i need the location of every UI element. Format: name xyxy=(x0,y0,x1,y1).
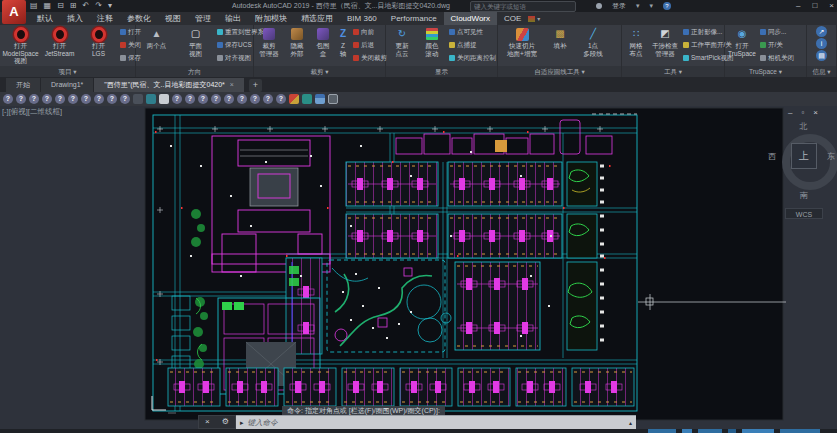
truspace-toggle-button[interactable]: 开/关 xyxy=(760,41,794,49)
distance-control-off-button[interactable]: 关闭距离控制 xyxy=(449,54,496,62)
plugin-unknown-icon[interactable]: ? xyxy=(237,94,247,104)
update-point-cloud-button[interactable]: ↻ 更新 点云 xyxy=(388,26,416,64)
two-points-button[interactable]: ▲ 两个点 xyxy=(138,26,175,64)
point-visibility-button[interactable]: 点可见性 xyxy=(449,28,496,36)
open-jetstream-button[interactable]: 打开 JetStream xyxy=(41,26,78,64)
camera-off-button[interactable]: 相机关闭 xyxy=(760,54,794,62)
plugin-unknown-icon[interactable]: ? xyxy=(276,94,286,104)
app-store-icon[interactable]: ▾ xyxy=(650,2,654,10)
plugin-unknown-icon[interactable]: ? xyxy=(16,94,26,104)
tab-output[interactable]: 输出 xyxy=(218,12,248,25)
plugin-unknown-icon[interactable]: ? xyxy=(55,94,65,104)
command-customize-icon[interactable]: ⚙ xyxy=(222,416,229,428)
viewport-controls[interactable]: [-][俯视][二维线框] xyxy=(2,107,62,117)
tab-insert[interactable]: 插入 xyxy=(60,12,90,25)
command-close-icon[interactable]: × xyxy=(205,416,210,428)
tab-coe[interactable]: COE xyxy=(497,12,528,25)
status-toggle[interactable] xyxy=(780,429,820,433)
status-toggle[interactable] xyxy=(742,429,774,433)
panel-label-adaptive[interactable]: 自适应圆线工具 ▾ xyxy=(498,66,621,77)
bounding-box-button[interactable]: 包围 盒 xyxy=(312,26,334,64)
command-input[interactable] xyxy=(248,418,629,427)
plugin-unknown-icon[interactable]: ? xyxy=(29,94,39,104)
color-scroll-button[interactable]: 颜色 滚动 xyxy=(418,26,446,64)
plugin-palette-icon[interactable] xyxy=(289,94,299,104)
panel-label-display[interactable]: 显示 xyxy=(386,66,497,77)
plugin-unknown-icon[interactable]: ? xyxy=(250,94,260,104)
plugin-unknown-icon[interactable]: ? xyxy=(198,94,208,104)
command-line[interactable]: ▸ ▴ xyxy=(236,415,636,429)
file-tab-drawing1[interactable]: Drawing1* xyxy=(41,78,93,92)
panel-label-tools[interactable]: 工具 ▾ xyxy=(622,66,724,77)
plugin-teal-icon[interactable] xyxy=(302,94,312,104)
truspace-sync-button[interactable]: 同步... xyxy=(760,28,794,36)
grid-points-button[interactable]: ∷ 网格 布点 xyxy=(624,26,648,64)
open-modelspace-view-button[interactable]: 打开 ModelSpace视图 xyxy=(2,26,39,64)
clip-off-button[interactable]: 关闭裁剪 xyxy=(353,54,387,62)
tab-default[interactable]: 默认 xyxy=(30,12,60,25)
tab-performance[interactable]: Performance xyxy=(384,12,444,25)
share-icon[interactable]: ↗ xyxy=(816,26,827,37)
qat-dropdown-icon[interactable]: ▾ xyxy=(108,0,112,12)
maximize-button[interactable]: □ xyxy=(812,0,817,11)
plugin-monitor-icon[interactable] xyxy=(328,94,338,104)
clip-forward-button[interactable]: 向前 xyxy=(353,28,387,36)
info-icon[interactable]: i xyxy=(816,38,827,49)
close-tab-icon[interactable]: × xyxy=(230,78,234,92)
file-tab-start[interactable]: 开始 xyxy=(6,78,40,92)
hide-outside-button[interactable]: 隐藏 外部 xyxy=(284,26,310,64)
panel-label-info[interactable]: 信息 ▾ xyxy=(807,66,836,77)
doc-close-button[interactable]: × xyxy=(813,108,818,117)
view-cube[interactable]: 北 西 上 东 南 WCS xyxy=(770,118,837,228)
panel-label-project[interactable]: 项目 ▾ xyxy=(0,66,135,77)
help-icon[interactable]: ? xyxy=(663,2,671,10)
signin-caret-icon[interactable]: ▾ xyxy=(636,2,640,10)
viewcube-north-label[interactable]: 北 xyxy=(770,121,837,132)
plugin-white-icon[interactable] xyxy=(159,94,169,104)
help-search-box[interactable] xyxy=(470,1,576,12)
status-toggle[interactable] xyxy=(728,429,736,433)
plugin-unknown-icon[interactable]: ? xyxy=(224,94,234,104)
doc-restore-button[interactable]: ▫ xyxy=(801,108,804,117)
plugin-cyan-icon[interactable] xyxy=(146,94,156,104)
close-button[interactable]: × xyxy=(829,0,834,11)
plugin-unknown-icon[interactable]: ? xyxy=(3,94,13,104)
qat-redo-icon[interactable]: ↷ xyxy=(95,0,102,12)
quick-slice-button[interactable]: 快速切片 地面+增宽 xyxy=(500,26,544,64)
signin-button[interactable]: 登录 xyxy=(612,1,626,11)
ribbon-display-options[interactable]: ▾ xyxy=(528,12,544,25)
plugin-unknown-icon[interactable]: ? xyxy=(172,94,182,104)
file-tab-active-drawing[interactable]: "西侍里"(民宿、文..目地彩图提交0420* × xyxy=(94,78,244,92)
plan-view-button[interactable]: ▢ 平面 视图 xyxy=(177,26,214,64)
docs-icon[interactable]: ▤ xyxy=(816,50,827,61)
plugin-unknown-icon[interactable]: ? xyxy=(107,94,117,104)
status-toggle[interactable] xyxy=(682,429,692,433)
plugin-unknown-icon[interactable]: ? xyxy=(211,94,221,104)
site-plan-drawing[interactable] xyxy=(0,106,837,429)
drawing-area[interactable]: [-][俯视][二维线框] – ▫ × 北 西 上 东 南 WCS 命令: 指定… xyxy=(0,106,837,429)
panel-label-clip[interactable]: 裁剪 ▾ xyxy=(254,66,385,77)
tab-bim360[interactable]: BIM 360 xyxy=(340,12,384,25)
qat-open-icon[interactable]: ▦ xyxy=(44,0,52,12)
help-search-input[interactable] xyxy=(474,3,572,11)
new-drawing-tab-button[interactable]: + xyxy=(249,79,262,92)
open-truspace-button[interactable]: ◉ 打开 TruSpace xyxy=(727,26,757,64)
tab-featured-apps[interactable]: 精选应用 xyxy=(294,12,340,25)
qat-new-icon[interactable]: ▤ xyxy=(30,0,38,12)
viewcube-east-label[interactable]: 东 xyxy=(827,151,835,162)
status-toggle[interactable] xyxy=(648,429,676,433)
qat-save-icon[interactable]: ⊟ xyxy=(57,0,64,12)
qat-undo-icon[interactable]: ↶ xyxy=(83,0,90,12)
plugin-unknown-icon[interactable]: ? xyxy=(263,94,273,104)
plugin-unknown-icon[interactable]: ? xyxy=(81,94,91,104)
one-point-polyline-button[interactable]: ╱ 1点 多段线 xyxy=(576,26,610,64)
z-axis-button[interactable]: Z Z 轴 xyxy=(336,26,350,64)
patch-button[interactable]: ▩ 填补 xyxy=(546,26,574,64)
clip-manager-button[interactable]: 裁剪 管理器 xyxy=(256,26,282,64)
plugin-unknown-icon[interactable]: ? xyxy=(42,94,52,104)
wcs-dropdown[interactable]: WCS xyxy=(785,208,823,219)
plugin-unknown-icon[interactable]: ? xyxy=(68,94,78,104)
tab-addins[interactable]: 附加模块 xyxy=(248,12,294,25)
viewcube-south-label[interactable]: 南 xyxy=(770,190,837,201)
tab-cloudworx[interactable]: CloudWorx xyxy=(444,12,497,25)
